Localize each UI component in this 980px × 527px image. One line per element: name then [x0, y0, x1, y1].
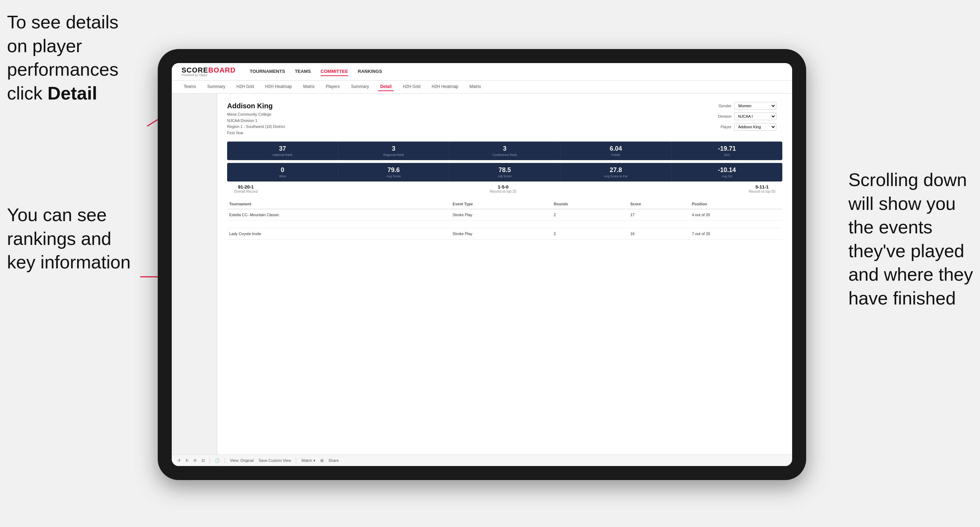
- table-row[interactable]: [227, 221, 782, 228]
- nav-teams[interactable]: TEAMS: [295, 67, 311, 76]
- gender-label: Gender: [712, 104, 732, 108]
- toolbar: ↺ ↻ ⟳ ⊡ 🕐 View: Original Save Custom Vie…: [172, 454, 792, 466]
- redo-button[interactable]: ↻: [185, 458, 189, 463]
- view-original-button[interactable]: View: Original: [230, 458, 254, 462]
- clock-button[interactable]: 🕐: [215, 458, 220, 463]
- scoreboard-logo: SCOREBOARD Powered by clippd: [181, 67, 235, 77]
- sub-nav-players[interactable]: Players: [323, 83, 342, 91]
- sub-nav-detail[interactable]: Detail: [378, 83, 394, 91]
- sub-nav-matrix2[interactable]: Matrix: [468, 83, 483, 91]
- stat-cell: 3Regional Rank: [338, 141, 449, 160]
- cell-score: [628, 221, 690, 228]
- cell-event-type: Stroke Play: [450, 228, 551, 240]
- sub-nav-h2h-heatmap[interactable]: H2H Heatmap: [263, 83, 294, 91]
- undo-button[interactable]: ↺: [177, 458, 180, 463]
- tournament-table: Tournament Event Type Rounds Score Posit…: [227, 199, 782, 240]
- left-panel: [172, 94, 217, 454]
- tablet-frame: SCOREBOARD Powered by clippd TOURNAMENTS…: [158, 49, 806, 480]
- stat-cell: -10.14Avg SG: [671, 163, 782, 181]
- cell-rounds: 2: [552, 209, 628, 221]
- cell-event-type: [450, 221, 551, 228]
- annotation-right: Scrolling down will show you the events …: [848, 168, 973, 310]
- stat-cell: 27.8Avg Score to Par: [560, 163, 671, 181]
- player-label: Player: [712, 125, 732, 129]
- division-select[interactable]: NJCAA I: [734, 113, 776, 120]
- sub-nav-h2h-grid[interactable]: H2H Grid: [234, 83, 256, 91]
- records-row: 91-20-1Overall Record1-5-0Record vs top …: [227, 184, 782, 194]
- sub-nav: Teams Summary H2H Grid H2H Heatmap Matri…: [172, 81, 792, 94]
- player-header: Addison King Mesa Community College NJCA…: [227, 102, 782, 136]
- sub-nav-matrix[interactable]: Matrix: [301, 83, 317, 91]
- player-info: Addison King Mesa Community College NJCA…: [227, 102, 285, 136]
- sub-nav-summary2[interactable]: Summary: [349, 83, 371, 91]
- nav-rankings[interactable]: RANKINGS: [358, 67, 382, 76]
- share-button[interactable]: Share: [328, 458, 339, 462]
- annotation-top-left: To see details on player performances cl…: [7, 11, 140, 105]
- cell-rounds: [552, 221, 628, 228]
- player-division: NJCAA Division 1: [227, 118, 285, 124]
- stat-cell: 6.04Points: [560, 141, 671, 160]
- player-row: Player Addison King: [712, 123, 782, 131]
- stat-cell: 3Conference Rank: [449, 141, 560, 160]
- record-item: 1-5-0Record vs top 25: [490, 184, 517, 194]
- cell-tournament: [227, 221, 450, 228]
- cell-rounds: 2: [552, 228, 628, 240]
- logo-text: SCOREBOARD: [181, 67, 235, 74]
- record-item: 91-20-1Overall Record: [234, 184, 258, 194]
- tablet-screen: SCOREBOARD Powered by clippd TOURNAMENTS…: [172, 63, 792, 466]
- player-year: First Year: [227, 130, 285, 136]
- col-rounds: Rounds: [552, 199, 628, 209]
- cell-tournament: Lady Coyote Invite: [227, 228, 450, 240]
- table-row[interactable]: Estella CC- Mountain Classic Stroke Play…: [227, 209, 782, 221]
- sub-nav-h2h-grid2[interactable]: H2H Grid: [401, 83, 422, 91]
- stat-cell: 78.5Adj Score: [449, 163, 560, 181]
- annotation-bottom-left: You can see rankings and key information: [7, 203, 131, 275]
- cell-score: 17: [628, 209, 690, 221]
- toolbar-divider-1: [210, 458, 210, 463]
- table-row[interactable]: Lady Coyote Invite Stroke Play 2 16 7 ou…: [227, 228, 782, 240]
- nav-tournaments[interactable]: TOURNAMENTS: [250, 67, 285, 76]
- toolbar-divider-3: [296, 458, 296, 463]
- stats-row-2: 0Wins79.6Avg Score78.5Adj Score27.8Avg S…: [227, 163, 782, 181]
- division-row: Division NJCAA I: [712, 113, 782, 120]
- cell-event-type: Stroke Play: [450, 209, 551, 221]
- cell-position: 7 out of 20: [690, 228, 782, 240]
- player-controls: Gender Women Division NJCAA I: [712, 102, 782, 131]
- stat-cell: 79.6Avg Score: [338, 163, 449, 181]
- player-region: Region 1 - Southwest (18) District: [227, 124, 285, 130]
- stat-cell: 0Wins: [227, 163, 338, 181]
- sub-nav-h2h-heatmap2[interactable]: H2H Heatmap: [430, 83, 460, 91]
- cell-position: 4 out of 20: [690, 209, 782, 221]
- col-position: Position: [690, 199, 782, 209]
- content-area: Addison King Mesa Community College NJCA…: [172, 94, 792, 454]
- stats-row-1: 37National Rank3Regional Rank3Conference…: [227, 141, 782, 160]
- watch-button[interactable]: Watch ▾: [301, 458, 315, 463]
- col-event-type: Event Type: [450, 199, 551, 209]
- logo-sub: Powered by clippd: [181, 74, 235, 77]
- stat-cell: -19.71SoS: [671, 141, 782, 160]
- refresh-button[interactable]: ⟳: [194, 458, 197, 463]
- main-content: Addison King Mesa Community College NJCA…: [217, 94, 792, 454]
- gender-select[interactable]: Women: [734, 102, 776, 110]
- gender-row: Gender Women: [712, 102, 782, 110]
- sub-nav-summary[interactable]: Summary: [205, 83, 227, 91]
- record-item: 5-11-1Record vs top 50: [749, 184, 775, 194]
- sub-nav-teams[interactable]: Teams: [181, 83, 198, 91]
- cell-position: [690, 221, 782, 228]
- col-tournament: Tournament: [227, 199, 450, 209]
- present-button[interactable]: ⊞: [320, 458, 323, 463]
- division-label: Division: [712, 114, 732, 118]
- player-college: Mesa Community College: [227, 111, 285, 118]
- player-name: Addison King: [227, 102, 285, 110]
- cell-score: 16: [628, 228, 690, 240]
- main-nav: TOURNAMENTS TEAMS COMMITTEE RANKINGS: [250, 67, 382, 76]
- cell-tournament: Estella CC- Mountain Classic: [227, 209, 450, 221]
- col-score: Score: [628, 199, 690, 209]
- player-select[interactable]: Addison King: [734, 123, 776, 131]
- stat-cell: 37National Rank: [227, 141, 338, 160]
- save-custom-view-button[interactable]: Save Custom View: [259, 458, 291, 462]
- nav-committee[interactable]: COMMITTEE: [321, 67, 348, 76]
- zoom-fit-button[interactable]: ⊡: [202, 458, 205, 463]
- app-header: SCOREBOARD Powered by clippd TOURNAMENTS…: [172, 63, 792, 81]
